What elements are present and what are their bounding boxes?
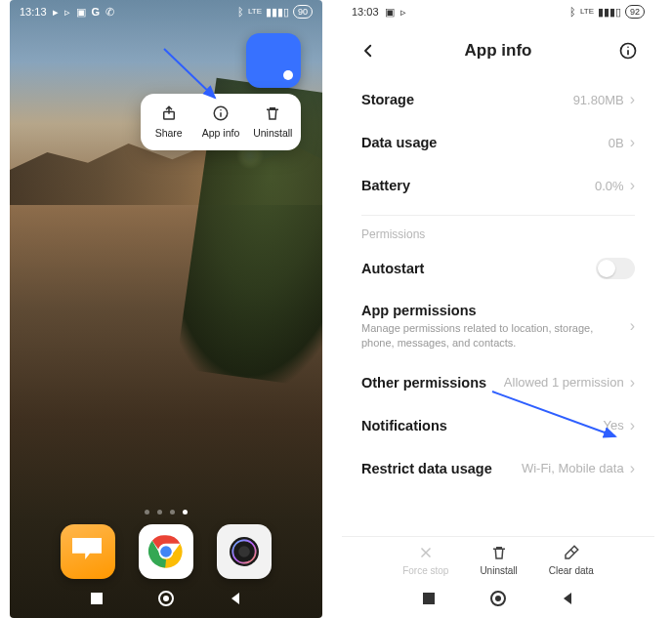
status-bar: 13:13 ▸ ▹ ▣ G ✆ ᛒ LTE ▮▮▮▯ 90: [10, 0, 322, 23]
system-nav: [10, 583, 322, 618]
action-label: Clear data: [549, 565, 594, 576]
dock-chrome-icon[interactable]: [139, 524, 193, 579]
close-icon: [417, 544, 435, 563]
nav-back-icon[interactable]: [228, 591, 243, 610]
play-outline-icon: ▹: [400, 6, 406, 19]
page-title: App info: [342, 41, 654, 61]
play-icon: ▸: [53, 6, 59, 19]
dragged-app-icon[interactable]: [246, 33, 301, 88]
row-label: Battery: [361, 178, 410, 193]
google-icon: G: [92, 6, 101, 18]
row-value: 91.80MB: [573, 93, 630, 107]
svg-line-18: [492, 391, 615, 436]
row-value: Wi-Fi, Mobile data: [522, 461, 630, 475]
stop-icon: ▣: [76, 6, 86, 19]
nav-recent-icon[interactable]: [421, 591, 437, 610]
row-label: Storage: [361, 92, 414, 107]
bluetooth-icon: ᛒ: [569, 6, 576, 18]
action-force-stop: Force stop: [402, 544, 448, 576]
svg-point-14: [163, 596, 169, 601]
phone-right-screenshot: 13:03 ▣ ▹ ᛒ LTE ▮▮▮▯ 92 App info Storage…: [342, 0, 654, 618]
section-permissions: Permissions: [342, 222, 654, 245]
signal-icon: ▮▮▮▯: [266, 6, 289, 19]
settings-list: Storage 91.80MB › Data usage 0B › Batter…: [342, 78, 654, 556]
popup-share-label: Share: [155, 127, 183, 139]
lte-icon: LTE: [248, 8, 262, 16]
row-label: App permissions: [361, 303, 477, 318]
chevron-right-icon: ›: [630, 177, 635, 194]
play-outline-icon: ▹: [64, 6, 70, 19]
pager-dot: [157, 510, 162, 515]
row-data-usage[interactable]: Data usage 0B ›: [342, 121, 654, 164]
call-end-icon: ✆: [105, 6, 114, 19]
divider: [361, 215, 635, 216]
svg-point-17: [627, 46, 629, 48]
status-time: 13:13: [20, 6, 47, 18]
action-bar: Force stop Uninstall Clear data: [342, 536, 654, 583]
annotation-arrow-right: [486, 386, 633, 458]
header: App info: [342, 29, 654, 72]
row-label: Other permissions: [361, 375, 486, 391]
eraser-icon: [563, 544, 580, 563]
battery-pill: 90: [293, 5, 313, 19]
row-storage[interactable]: Storage 91.80MB ›: [342, 78, 654, 121]
chevron-right-icon: ›: [630, 134, 635, 151]
svg-line-4: [164, 49, 215, 98]
row-label: Notifications: [361, 418, 447, 433]
bluetooth-icon: ᛒ: [237, 6, 244, 18]
row-value: 0B: [609, 136, 630, 150]
chevron-right-icon: ›: [630, 317, 635, 335]
dock-camera-icon[interactable]: [217, 524, 272, 579]
row-autostart[interactable]: Autostart: [342, 245, 654, 292]
nav-recent-icon[interactable]: [89, 591, 105, 610]
action-label: Uninstall: [480, 565, 517, 576]
dock: [10, 524, 322, 579]
status-bar: 13:03 ▣ ▹ ᛒ LTE ▮▮▮▯ 92: [342, 0, 654, 23]
svg-rect-21: [423, 593, 435, 604]
svg-rect-12: [91, 593, 103, 604]
trash-icon: [490, 544, 508, 563]
stop-icon: ▣: [385, 6, 395, 19]
popup-uninstall[interactable]: Uninstall: [247, 100, 299, 143]
annotation-arrow-left: [158, 43, 236, 115]
svg-point-11: [238, 546, 250, 557]
popup-appinfo-label: App info: [202, 127, 240, 139]
row-app-permissions[interactable]: App permissions Manage permissions relat…: [342, 292, 654, 361]
action-clear-data[interactable]: Clear data: [549, 544, 594, 576]
lte-icon: LTE: [580, 8, 594, 16]
pager-dot: [145, 510, 149, 515]
battery-pill: 92: [625, 5, 645, 19]
svg-point-23: [495, 596, 501, 601]
row-description: Manage permissions related to location, …: [361, 321, 635, 350]
status-time: 13:03: [352, 6, 379, 18]
row-label: Autostart: [361, 261, 424, 276]
system-nav: [342, 583, 654, 618]
row-value: 0.0%: [595, 179, 630, 193]
phone-left-screenshot: 13:13 ▸ ▹ ▣ G ✆ ᛒ LTE ▮▮▮▯ 90 Share App …: [10, 0, 322, 618]
autostart-toggle[interactable]: [596, 258, 635, 279]
row-label: Data usage: [361, 135, 437, 150]
row-battery[interactable]: Battery 0.0% ›: [342, 164, 654, 207]
svg-point-7: [160, 546, 172, 557]
popup-uninstall-label: Uninstall: [253, 127, 292, 139]
dock-messages-icon[interactable]: [61, 524, 115, 579]
pager-dot: [170, 510, 175, 515]
action-label: Force stop: [402, 565, 448, 576]
row-label: Restrict data usage: [361, 461, 492, 476]
page-indicator: [10, 510, 322, 515]
back-button[interactable]: [356, 38, 381, 63]
chevron-right-icon: ›: [630, 91, 635, 108]
trash-icon: [263, 103, 282, 123]
pager-dot-active: [183, 510, 188, 515]
nav-back-icon[interactable]: [560, 591, 575, 610]
nav-home-icon[interactable]: [489, 590, 507, 611]
chevron-right-icon: ›: [630, 460, 635, 477]
header-info-button[interactable]: [615, 38, 641, 63]
action-uninstall[interactable]: Uninstall: [480, 544, 517, 576]
signal-icon: ▮▮▮▯: [598, 6, 621, 19]
nav-home-icon[interactable]: [157, 590, 175, 611]
